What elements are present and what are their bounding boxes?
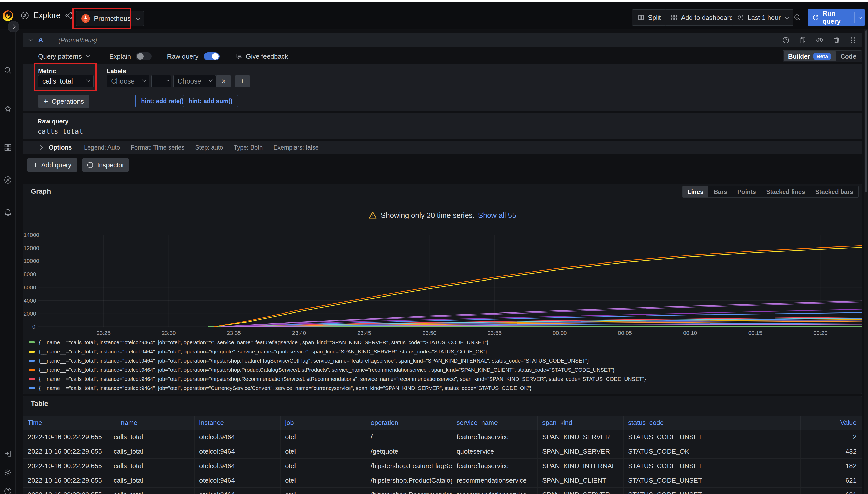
share-icon[interactable] (65, 12, 72, 19)
sign-in-icon[interactable] (3, 449, 12, 458)
table-column-header[interactable] (709, 416, 801, 430)
table-cell: /getquote (366, 444, 452, 458)
x-tick-label: 23:55 (479, 330, 510, 336)
give-feedback-link[interactable]: Give feedback (236, 53, 288, 60)
datasource-name: Prometheus (94, 15, 131, 23)
table-cell: SPAN_KIND_SERVER (538, 444, 623, 458)
legend-item[interactable]: {__name__="calls_total", instance="otelc… (29, 384, 860, 393)
time-range-picker[interactable]: Last 1 hour (732, 10, 793, 26)
time-zoom-out-button[interactable] (791, 10, 804, 26)
drag-handle-icon[interactable] (850, 36, 856, 44)
explain-label: Explain (109, 53, 131, 60)
remove-label-filter-button[interactable]: × (217, 75, 231, 87)
graph-mode-points[interactable]: Points (732, 186, 761, 197)
window-top-strip (0, 0, 868, 2)
table-cell: recommendationservice (452, 488, 538, 494)
hint-add-sum-button[interactable]: hint: add sum() (183, 95, 238, 107)
legend-item[interactable]: {__name__="calls_total", instance="otelc… (29, 393, 860, 394)
help-icon[interactable] (3, 487, 12, 494)
legend-item[interactable]: {__name__="calls_total", instance="otelc… (29, 365, 860, 375)
page-title: Explore (34, 11, 61, 20)
duplicate-query-icon[interactable] (799, 36, 807, 44)
clock-icon (737, 14, 744, 21)
table-column-header[interactable]: Time (23, 416, 109, 430)
legend-item[interactable]: {__name__="calls_total", instance="otelc… (29, 338, 860, 347)
label-value-select[interactable]: Choose (173, 75, 216, 87)
labels-label: Labels (107, 68, 126, 75)
option-summary-item: Exemplars: false (273, 144, 319, 151)
query-help-icon[interactable] (782, 36, 790, 44)
table-row[interactable]: 2022-10-16 00:22:29.655calls_totalotelco… (23, 459, 862, 473)
x-tick-label: 00:00 (544, 330, 575, 336)
table-column-header[interactable]: __name__ (109, 416, 195, 430)
datasource-picker[interactable]: Prometheus (76, 11, 144, 26)
dashboards-icon[interactable] (3, 143, 12, 152)
info-circle-icon (87, 162, 94, 169)
inspector-button[interactable]: Inspector (82, 158, 129, 172)
explore-compass-icon[interactable] (3, 176, 12, 184)
table-body: 2022-10-16 00:22:29.655calls_totalotelco… (23, 430, 862, 494)
add-label-filter-button[interactable]: + (235, 75, 250, 87)
alerting-bell-icon[interactable] (3, 208, 12, 217)
table-column-header[interactable]: Value (801, 416, 862, 430)
table-cell: otelcol:9464 (195, 459, 281, 473)
table-column-header[interactable]: instance (195, 416, 281, 430)
query-datasource-hint: (Prometheus) (58, 37, 97, 44)
raw-query-label: Raw query (167, 53, 198, 60)
table-column-header[interactable]: operation (366, 416, 452, 430)
table-column-header[interactable]: span_kind (538, 416, 623, 430)
add-query-button[interactable]: + Add query (28, 158, 77, 172)
label-key-select[interactable]: Choose (107, 75, 149, 87)
remove-query-trash-icon[interactable] (833, 36, 840, 44)
operations-button[interactable]: + Operations (38, 95, 89, 108)
warning-text: Showing only 20 time series. (381, 211, 474, 220)
split-button[interactable]: Split (632, 10, 666, 26)
query-toolbar: Query patterns Explain Raw query Give fe… (23, 50, 862, 63)
hide-query-eye-icon[interactable] (816, 36, 824, 44)
code-mode-button[interactable]: Code (836, 51, 861, 61)
starred-icon[interactable] (3, 104, 12, 113)
x-tick-label: 23:40 (284, 330, 314, 336)
table-row[interactable]: 2022-10-16 00:22:29.655calls_totalotelco… (23, 444, 862, 459)
add-to-dashboard-button[interactable]: Add to dashboard (665, 10, 738, 26)
table-cell: calls_total (109, 430, 195, 444)
legend-swatch (29, 350, 35, 353)
options-summary: Legend: AutoFormat: Time seriesStep: aut… (84, 144, 319, 151)
table-row[interactable]: 2022-10-16 00:22:29.655calls_totalotelco… (23, 473, 862, 488)
table-column-header[interactable]: service_name (452, 416, 538, 430)
graph-legend: {__name__="calls_total", instance="otelc… (29, 338, 860, 394)
y-tick-label: 10000 (24, 258, 35, 265)
search-icon[interactable] (3, 66, 12, 75)
table-row[interactable]: 2022-10-16 00:22:29.655calls_totalotelco… (23, 430, 862, 444)
label-operator-select[interactable]: = (151, 75, 171, 87)
hint-add-rate-button[interactable]: hint: add rate() (135, 95, 189, 107)
legend-item[interactable]: {__name__="calls_total", instance="otelc… (29, 375, 860, 384)
scrollbar-thumb[interactable] (865, 31, 868, 192)
query-patterns-dropdown[interactable]: Query patterns (38, 53, 89, 60)
legend-label: {__name__="calls_total", instance="otelc… (39, 348, 487, 355)
settings-gear-icon[interactable] (3, 468, 12, 477)
table-column-header[interactable]: job (281, 416, 366, 430)
graph-mode-lines[interactable]: Lines (683, 186, 709, 197)
graph-mode-stacked-lines[interactable]: Stacked lines (761, 186, 810, 197)
graph-mode-bars[interactable]: Bars (708, 186, 732, 197)
graph-mode-stacked-bars[interactable]: Stacked bars (810, 186, 858, 197)
legend-item[interactable]: {__name__="calls_total", instance="otelc… (29, 347, 860, 356)
time-series-plot[interactable] (38, 235, 862, 327)
collapse-chevron-icon[interactable] (29, 37, 33, 41)
raw-query-title: Raw query (38, 118, 68, 125)
raw-query-toggle[interactable] (204, 52, 219, 60)
explain-toggle[interactable] (136, 52, 152, 60)
sidebar-expand-button[interactable] (7, 21, 19, 33)
builder-mode-button[interactable]: Builder Beta (784, 51, 836, 61)
options-title: Options (49, 144, 72, 151)
metric-select[interactable]: calls_total (38, 75, 93, 87)
table-cell (709, 444, 801, 458)
table-column-header[interactable]: status_code (623, 416, 709, 430)
run-query-button[interactable]: Run query (808, 10, 865, 26)
show-all-series-link[interactable]: Show all 55 (478, 211, 516, 220)
query-row-header[interactable]: A (Prometheus) (23, 33, 862, 47)
legend-item[interactable]: {__name__="calls_total", instance="otelc… (29, 356, 860, 365)
query-options-row[interactable]: Options Legend: AutoFormat: Time seriesS… (23, 141, 862, 154)
table-row[interactable]: 2022-10-16 00:22:29.655calls_totalotelco… (23, 488, 862, 494)
